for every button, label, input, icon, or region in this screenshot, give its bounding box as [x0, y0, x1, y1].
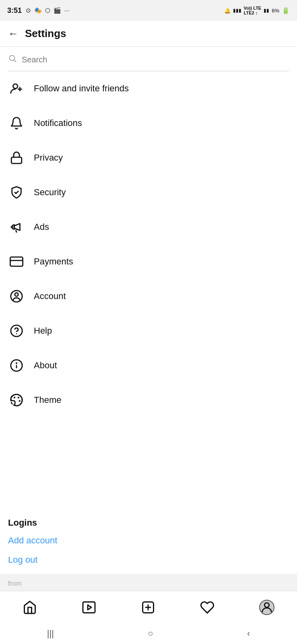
- menu-item-security[interactable]: Security: [8, 175, 289, 210]
- nav-video-button[interactable]: [82, 600, 96, 615]
- search-box: [8, 54, 289, 71]
- card-icon: [8, 253, 25, 270]
- logins-title: Logins: [8, 518, 289, 528]
- battery-text: 6%: [272, 8, 279, 14]
- battery-icon: 🔋: [282, 7, 290, 14]
- status-time: 3:51 ⊙ 🎭 ⬡ 🎬 ···: [7, 6, 70, 15]
- svg-rect-5: [11, 157, 22, 164]
- privacy-label: Privacy: [34, 153, 63, 163]
- palette-icon: [8, 392, 25, 409]
- menu-list: Follow and invite friends Notifications …: [0, 71, 297, 510]
- search-icon: [8, 54, 17, 65]
- svg-point-16: [14, 397, 15, 398]
- lte-icon: Vo)) LTELTE2 ↕: [244, 6, 262, 15]
- status-right-icons: 🔔 ▮▮▮ Vo)) LTELTE2 ↕ ▮▮ 6% 🔋: [224, 6, 290, 15]
- sys-nav-menu-icon[interactable]: |||: [47, 628, 54, 639]
- back-button[interactable]: ←: [8, 27, 19, 40]
- menu-item-notifications[interactable]: Notifications: [8, 106, 289, 140]
- follow-label: Follow and invite friends: [34, 83, 129, 94]
- alarm-icon: 🔔: [224, 8, 231, 14]
- svg-point-17: [18, 397, 19, 398]
- search-input[interactable]: [22, 55, 289, 64]
- status-bar: 3:51 ⊙ 🎭 ⬡ 🎬 ··· 🔔 ▮▮▮ Vo)) LTELTE2 ↕ ▮▮…: [0, 0, 297, 21]
- security-label: Security: [34, 187, 66, 198]
- header: ← Settings: [0, 21, 297, 47]
- from-bar: from: [0, 574, 297, 591]
- svg-point-9: [15, 293, 19, 297]
- bottom-nav: [0, 591, 297, 623]
- nav-heart-button[interactable]: [200, 600, 214, 615]
- sys-nav-home-icon[interactable]: ○: [148, 628, 153, 639]
- help-circle-icon: [8, 322, 25, 339]
- page-title: Settings: [25, 27, 66, 40]
- person-circle-icon: [8, 288, 25, 305]
- nav-home-button[interactable]: [23, 600, 37, 615]
- add-account-link[interactable]: Add account: [8, 535, 289, 546]
- avatar: [259, 600, 274, 615]
- payments-label: Payments: [34, 256, 73, 267]
- shield-icon: [8, 184, 25, 201]
- nav-add-button[interactable]: [141, 600, 155, 615]
- from-text: from: [8, 580, 22, 587]
- logins-section: Logins Add account Log out: [0, 510, 297, 574]
- follow-icon: [8, 80, 25, 97]
- menu-item-follow[interactable]: Follow and invite friends: [8, 71, 289, 106]
- menu-item-about[interactable]: About: [8, 348, 289, 383]
- nav-profile-button[interactable]: [259, 600, 274, 615]
- signal-icon: ▮▮▮: [233, 8, 241, 13]
- log-out-link[interactable]: Log out: [8, 555, 289, 565]
- account-label: Account: [34, 291, 66, 301]
- menu-item-account[interactable]: Account: [8, 279, 289, 314]
- lock-icon: [8, 149, 25, 166]
- menu-item-theme[interactable]: Theme: [8, 383, 289, 417]
- svg-point-18: [19, 400, 21, 402]
- menu-item-payments[interactable]: Payments: [8, 244, 289, 279]
- menu-item-ads[interactable]: Ads: [8, 210, 289, 244]
- svg-rect-6: [10, 257, 23, 266]
- sys-nav-back-icon[interactable]: ‹: [247, 628, 250, 639]
- svg-point-23: [265, 603, 269, 607]
- system-nav: ||| ○ ‹: [0, 623, 297, 644]
- notifications-label: Notifications: [34, 118, 82, 128]
- svg-rect-19: [83, 602, 95, 613]
- time-display: 3:51: [7, 6, 22, 15]
- search-section: [0, 47, 297, 71]
- menu-item-help[interactable]: Help: [8, 314, 289, 348]
- about-label: About: [34, 360, 57, 371]
- svg-point-0: [10, 56, 15, 61]
- menu-item-privacy[interactable]: Privacy: [8, 140, 289, 175]
- signal2-icon: ▮▮: [264, 8, 269, 13]
- svg-line-1: [14, 60, 16, 62]
- ads-label: Ads: [34, 222, 49, 232]
- bell-icon: [8, 115, 25, 132]
- svg-point-2: [13, 84, 18, 89]
- notification-icons: ⊙ 🎭 ⬡ 🎬 ···: [26, 7, 70, 14]
- megaphone-icon: [8, 219, 25, 235]
- help-label: Help: [34, 326, 52, 336]
- theme-label: Theme: [34, 395, 61, 405]
- info-circle-icon: [8, 357, 25, 374]
